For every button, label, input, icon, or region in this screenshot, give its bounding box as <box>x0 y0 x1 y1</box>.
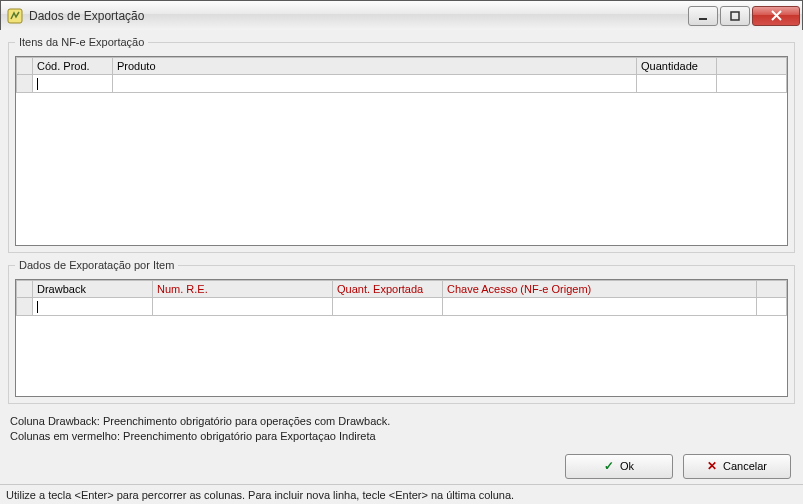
statusbar: Utilize a tecla <Enter> para percorrer a… <box>0 484 803 504</box>
col-cod-prod[interactable]: Cód. Prod. <box>33 58 113 75</box>
col-spacer <box>717 58 787 75</box>
client-area: Itens da NF-e Exportação Cód. Prod. Prod… <box>0 30 803 484</box>
col-spacer <box>757 281 787 298</box>
group-dados-item: Dados de Exporatação por Item Drawback N… <box>8 259 795 404</box>
cell-produto[interactable] <box>113 75 637 93</box>
cell-spacer <box>757 298 787 316</box>
group-itens-nfe: Itens da NF-e Exportação Cód. Prod. Prod… <box>8 36 795 253</box>
maximize-icon <box>730 11 740 21</box>
svg-rect-2 <box>731 12 739 20</box>
row-selector[interactable] <box>17 298 33 316</box>
statusbar-text: Utilize a tecla <Enter> para percorrer a… <box>6 489 514 501</box>
close-button[interactable] <box>752 6 800 26</box>
cell-num-re[interactable] <box>153 298 333 316</box>
check-icon: ✓ <box>604 459 614 473</box>
table-row[interactable] <box>17 75 787 93</box>
group-itens-legend: Itens da NF-e Exportação <box>15 36 148 48</box>
cell-cod-prod[interactable] <box>33 75 113 93</box>
row-selector[interactable] <box>17 75 33 93</box>
cell-quantidade[interactable] <box>637 75 717 93</box>
ok-button[interactable]: ✓ Ok <box>565 454 673 479</box>
col-chave-acesso[interactable]: Chave Acesso (NF-e Origem) <box>443 281 757 298</box>
caret-icon <box>37 301 38 313</box>
close-icon <box>771 10 782 21</box>
maximize-button[interactable] <box>720 6 750 26</box>
cancel-button[interactable]: ✕ Cancelar <box>683 454 791 479</box>
table-row[interactable] <box>17 298 787 316</box>
x-icon: ✕ <box>707 459 717 473</box>
button-row: ✓ Ok ✕ Cancelar <box>8 446 795 483</box>
col-produto[interactable]: Produto <box>113 58 637 75</box>
cell-drawback[interactable] <box>33 298 153 316</box>
grid-itens-header: Cód. Prod. Produto Quantidade <box>17 58 787 75</box>
col-quantidade[interactable]: Quantidade <box>637 58 717 75</box>
window-title: Dados de Exportação <box>29 9 688 23</box>
cell-quant-exportada[interactable] <box>333 298 443 316</box>
grid-dados-item[interactable]: Drawback Num. R.E. Quant. Exportada Chav… <box>15 279 788 397</box>
group-dados-item-legend: Dados de Exporatação por Item <box>15 259 178 271</box>
grid-dados-empty <box>17 316 787 396</box>
app-icon <box>7 8 23 24</box>
cell-spacer <box>717 75 787 93</box>
hint-line-2: Colunas em vermelho: Preenchimento obrig… <box>10 429 793 444</box>
grid-dados-header: Drawback Num. R.E. Quant. Exportada Chav… <box>17 281 787 298</box>
titlebar: Dados de Exportação <box>1 1 802 31</box>
cell-chave-acesso[interactable] <box>443 298 757 316</box>
row-selector-header <box>17 58 33 75</box>
col-num-re[interactable]: Num. R.E. <box>153 281 333 298</box>
cancel-button-label: Cancelar <box>723 460 767 472</box>
caret-icon <box>37 78 38 90</box>
hints: Coluna Drawback: Preenchimento obrigatór… <box>8 410 795 446</box>
grid-itens-empty <box>17 93 787 243</box>
grid-itens[interactable]: Cód. Prod. Produto Quantidade <box>15 56 788 246</box>
minimize-icon <box>698 11 708 21</box>
window-controls <box>688 6 800 26</box>
col-drawback[interactable]: Drawback <box>33 281 153 298</box>
ok-button-label: Ok <box>620 460 634 472</box>
col-quant-exportada[interactable]: Quant. Exportada <box>333 281 443 298</box>
row-selector-header <box>17 281 33 298</box>
hint-line-1: Coluna Drawback: Preenchimento obrigatór… <box>10 414 793 429</box>
minimize-button[interactable] <box>688 6 718 26</box>
